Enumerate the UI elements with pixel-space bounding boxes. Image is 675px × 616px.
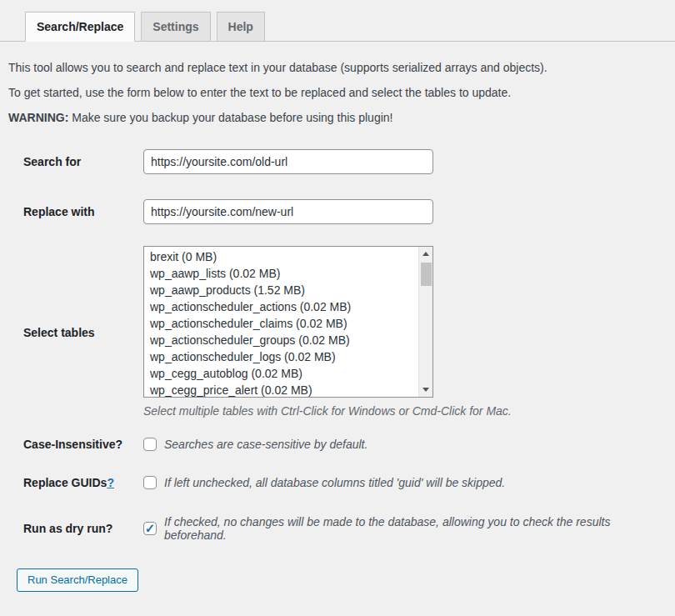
table-option[interactable]: wp_aawp_products (1.52 MB)	[144, 282, 432, 298]
scrollbar-thumb[interactable]	[421, 263, 432, 286]
select-tables-row: Select tables brexit (0 MB) wp_aawp_list…	[0, 246, 675, 419]
replace-with-row: Replace with	[0, 199, 675, 224]
tab-help[interactable]: Help	[217, 12, 265, 42]
search-for-label: Search for	[0, 155, 143, 168]
replace-guids-help: If left unchecked, all database columns …	[164, 476, 505, 489]
table-option[interactable]: brexit (0 MB)	[144, 248, 432, 265]
search-for-input[interactable]	[143, 149, 433, 174]
scroll-down-arrow-icon[interactable]	[419, 383, 433, 397]
replace-with-input[interactable]	[143, 199, 433, 224]
case-insensitive-label: Case-Insensitive?	[0, 438, 143, 451]
table-option[interactable]: wp_cegg_price_alert (0.02 MB)	[144, 382, 432, 398]
tables-listbox[interactable]: brexit (0 MB) wp_aawp_lists (0.02 MB) wp…	[143, 246, 433, 398]
replace-guids-label: Replace GUIDs?	[0, 476, 143, 489]
case-insensitive-row: Case-Insensitive? ✓ Searches are case-se…	[0, 438, 675, 451]
replace-guids-row: Replace GUIDs? ✓ If left unchecked, all …	[0, 476, 675, 489]
tables-help-text: Select multiple tables with Ctrl-Click f…	[143, 403, 512, 419]
replace-with-label: Replace with	[0, 205, 143, 218]
checkmark-icon: ✓	[145, 522, 156, 534]
intro-section: This tool allows you to search and repla…	[0, 42, 675, 126]
dry-run-help: If checked, no changes will be made to t…	[164, 515, 675, 542]
warning-label: WARNING:	[8, 111, 68, 124]
listbox-scrollbar[interactable]	[418, 247, 432, 397]
run-search-replace-button[interactable]: Run Search/Replace	[17, 568, 138, 592]
guid-help-link[interactable]: ?	[107, 476, 114, 489]
dry-run-checkbox[interactable]: ✓	[143, 522, 157, 535]
tab-settings[interactable]: Settings	[141, 12, 210, 42]
search-for-row: Search for	[0, 149, 675, 174]
case-insensitive-checkbox[interactable]: ✓	[143, 438, 157, 451]
warning-text: Make sure you backup your database befor…	[68, 111, 392, 124]
table-option[interactable]: wp_aawp_lists (0.02 MB)	[144, 265, 432, 282]
tab-bar: Search/Replace Settings Help	[0, 0, 675, 42]
table-option[interactable]: wp_cegg_autoblog (0.02 MB)	[144, 365, 432, 382]
intro-line-1: This tool allows you to search and repla…	[8, 59, 667, 76]
table-option[interactable]: wp_actionscheduler_groups (0.02 MB)	[144, 332, 432, 348]
search-replace-form: Search for Replace with Select tables br…	[0, 149, 675, 542]
tab-search-replace[interactable]: Search/Replace	[25, 12, 135, 42]
replace-guids-checkbox[interactable]: ✓	[143, 476, 157, 489]
intro-line-2: To get started, use the form below to en…	[8, 84, 667, 101]
dry-run-row: Run as dry run? ✓ If checked, no changes…	[0, 515, 675, 542]
table-option[interactable]: wp_actionscheduler_claims (0.02 MB)	[144, 315, 432, 332]
replace-guids-label-text: Replace GUIDs	[23, 476, 107, 489]
tables-list: brexit (0 MB) wp_aawp_lists (0.02 MB) wp…	[144, 247, 432, 398]
dry-run-label: Run as dry run?	[0, 522, 143, 535]
scroll-up-arrow-icon[interactable]	[419, 247, 433, 261]
select-tables-label: Select tables	[0, 326, 143, 339]
case-insensitive-help: Searches are case-sensitive by default.	[164, 438, 368, 451]
warning-line: WARNING: Make sure you backup your datab…	[8, 109, 667, 126]
table-option[interactable]: wp_actionscheduler_logs (0.02 MB)	[144, 348, 432, 365]
table-option[interactable]: wp_actionscheduler_actions (0.02 MB)	[144, 298, 432, 315]
select-tables-col: brexit (0 MB) wp_aawp_lists (0.02 MB) wp…	[143, 246, 512, 419]
